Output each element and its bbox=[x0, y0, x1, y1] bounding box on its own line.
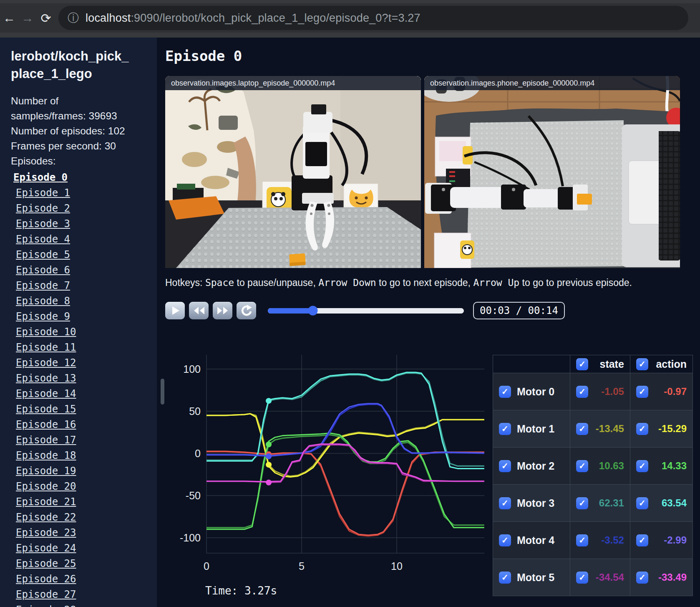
checkbox[interactable]: ✓ bbox=[636, 423, 648, 435]
checkbox[interactable]: ✓ bbox=[576, 534, 588, 546]
motor-name-cell: ✓Motor 4 bbox=[493, 522, 570, 559]
motor-action-cell: ✓14.33 bbox=[630, 448, 692, 485]
current-time-marker bbox=[266, 453, 272, 459]
reload-icon[interactable]: ⟳ bbox=[37, 11, 55, 25]
sidebar-episode-link[interactable]: Episode 20 bbox=[16, 481, 76, 492]
rewind-button[interactable] bbox=[189, 302, 209, 319]
video-laptop[interactable]: observation.images.laptop_episode_000000… bbox=[165, 76, 421, 268]
x-tick-label: 5 bbox=[299, 560, 305, 572]
current-time-marker bbox=[266, 480, 272, 486]
checkbox[interactable]: ✓ bbox=[499, 460, 511, 472]
checkbox[interactable]: ✓ bbox=[576, 358, 588, 370]
sidebar-episode-link[interactable]: Episode 26 bbox=[16, 573, 76, 585]
state-header-cell: ✓state bbox=[570, 355, 630, 373]
fast-forward-icon bbox=[216, 305, 229, 316]
sidebar-episode-link[interactable]: Episode 16 bbox=[16, 419, 76, 430]
video-phone[interactable]: observation.images.phone_episode_000000.… bbox=[424, 76, 680, 268]
checkbox[interactable]: ✓ bbox=[499, 534, 511, 546]
checkbox[interactable]: ✓ bbox=[576, 423, 588, 435]
sidebar-episode-link[interactable]: Episode 7 bbox=[16, 280, 70, 291]
motor-action-cell: ✓-2.99 bbox=[630, 522, 692, 559]
sidebar-episode-link[interactable]: Episode 11 bbox=[16, 341, 76, 353]
sidebar-episode-link[interactable]: Episode 6 bbox=[16, 264, 70, 276]
motor-table-corner bbox=[493, 355, 570, 373]
hotkey-text: Hotkeys: bbox=[165, 277, 205, 288]
motor-action-value: -0.97 bbox=[664, 386, 687, 397]
sidebar-episode-link[interactable]: Episode 15 bbox=[16, 403, 76, 415]
back-icon[interactable]: ← bbox=[0, 11, 18, 25]
checkbox[interactable]: ✓ bbox=[576, 460, 588, 472]
checkbox[interactable]: ✓ bbox=[499, 423, 511, 435]
sidebar-episode-link[interactable]: Episode 10 bbox=[16, 326, 76, 338]
motor-action-value: 63.54 bbox=[662, 497, 687, 509]
motor-table-body: ✓Motor 0✓-1.05✓-0.97✓Motor 1✓-13.45✓-15.… bbox=[493, 373, 693, 596]
motor-state-cell: ✓10.63 bbox=[570, 448, 630, 485]
motor-state-cell: ✓-3.52 bbox=[570, 522, 630, 559]
checkbox[interactable]: ✓ bbox=[636, 534, 648, 546]
seek-slider-thumb[interactable] bbox=[308, 306, 318, 316]
checkbox[interactable]: ✓ bbox=[636, 386, 648, 398]
checkbox[interactable]: ✓ bbox=[499, 386, 511, 398]
sidebar-episode-link[interactable]: Episode 18 bbox=[16, 450, 76, 461]
motor-action-value: -33.49 bbox=[658, 572, 687, 583]
loop-icon bbox=[240, 305, 253, 316]
sidebar-episode-link[interactable]: Episode 12 bbox=[16, 357, 76, 369]
sidebar-episode-link[interactable]: Episode 28 bbox=[16, 604, 76, 607]
sidebar-episode-link[interactable]: Episode 13 bbox=[16, 372, 76, 384]
sidebar-episode-link[interactable]: Episode 3 bbox=[16, 218, 70, 230]
y-tick-label: 50 bbox=[189, 405, 201, 417]
motor-chart[interactable]: 100500-50-1000510 bbox=[165, 331, 491, 581]
sidebar-episode-link[interactable]: Episode 14 bbox=[16, 388, 76, 400]
site-info-icon[interactable]: ⓘ bbox=[68, 10, 79, 25]
checkbox[interactable]: ✓ bbox=[576, 572, 588, 584]
checkbox[interactable]: ✓ bbox=[636, 497, 648, 509]
motor-name-cell: ✓Motor 2 bbox=[493, 448, 570, 485]
url-text[interactable]: localhost:9090/lerobot/koch_pick_place_1… bbox=[86, 12, 421, 25]
checkbox[interactable]: ✓ bbox=[636, 572, 648, 584]
video-laptop-frame bbox=[165, 76, 421, 268]
sidebar-episode-link[interactable]: Episode 5 bbox=[16, 249, 70, 261]
scrollbar-thumb[interactable] bbox=[161, 379, 164, 405]
sidebar-episode-link[interactable]: Episode 4 bbox=[16, 233, 70, 245]
checkbox[interactable]: ✓ bbox=[636, 460, 648, 472]
motor-row: ✓Motor 0✓-1.05✓-0.97 bbox=[493, 373, 693, 410]
sidebar-episode-link[interactable]: Episode 22 bbox=[16, 511, 76, 523]
checkbox[interactable]: ✓ bbox=[636, 358, 648, 370]
sidebar-episode-link[interactable]: Episode 25 bbox=[16, 558, 76, 569]
sidebar-episode-link[interactable]: Episode 27 bbox=[16, 589, 76, 600]
motor-state-cell: ✓-1.05 bbox=[570, 373, 630, 410]
motor-name: Motor 2 bbox=[517, 460, 554, 472]
sidebar-episode-link[interactable]: Episode 8 bbox=[16, 295, 70, 307]
sidebar-episode-link[interactable]: Episode 1 bbox=[16, 187, 70, 199]
forward-icon[interactable]: → bbox=[18, 11, 37, 25]
checkbox[interactable]: ✓ bbox=[499, 572, 511, 584]
hotkey-text: to go to next episode, bbox=[376, 277, 473, 288]
sidebar-episode-link[interactable]: Episode 17 bbox=[16, 434, 76, 446]
sidebar-episode-link[interactable]: Episode 21 bbox=[16, 496, 76, 508]
motor-row: ✓Motor 1✓-13.45✓-15.29 bbox=[493, 410, 693, 448]
seek-slider[interactable] bbox=[268, 308, 464, 314]
sidebar-episode-link[interactable]: Episode 2 bbox=[16, 202, 70, 214]
videos-row: observation.images.laptop_episode_000000… bbox=[165, 76, 700, 268]
video-phone-frame bbox=[424, 76, 680, 268]
y-tick-label: -50 bbox=[186, 490, 201, 501]
sidebar-episode-link[interactable]: Episode 0 bbox=[13, 172, 68, 183]
play-button[interactable] bbox=[165, 302, 185, 319]
checkbox[interactable]: ✓ bbox=[576, 386, 588, 398]
video-phone-caption: observation.images.phone_episode_000000.… bbox=[424, 76, 680, 90]
fast-forward-button[interactable] bbox=[213, 302, 232, 319]
play-icon bbox=[169, 305, 181, 316]
sidebar-episode-link[interactable]: Episode 23 bbox=[16, 527, 76, 539]
sidebar-episode-link[interactable]: Episode 9 bbox=[16, 311, 70, 322]
loop-button[interactable] bbox=[237, 302, 256, 319]
checkbox[interactable]: ✓ bbox=[576, 497, 588, 509]
url-bar[interactable]: ⓘ localhost:9090/lerobot/koch_pick_place… bbox=[58, 6, 688, 30]
checkbox[interactable]: ✓ bbox=[499, 497, 511, 509]
motor-name: Motor 3 bbox=[517, 497, 554, 509]
sidebar-episode-link[interactable]: Episode 24 bbox=[16, 542, 76, 554]
chart-line bbox=[206, 405, 484, 456]
sidebar-episode-link[interactable]: Episode 19 bbox=[16, 465, 76, 477]
motor-state-cell: ✓62.31 bbox=[570, 485, 630, 522]
motor-state-value: -1.05 bbox=[601, 386, 624, 397]
motor-name: Motor 0 bbox=[517, 386, 554, 398]
